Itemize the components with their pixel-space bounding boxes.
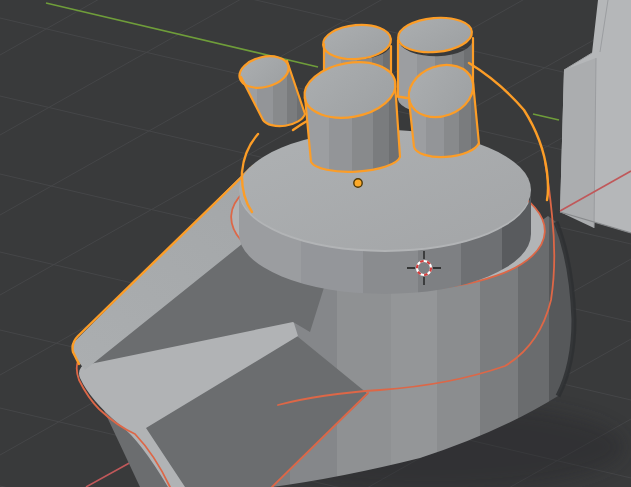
viewport-canvas[interactable] — [0, 0, 631, 487]
object-origin-point — [354, 179, 362, 187]
blender-3d-viewport[interactable] — [0, 0, 631, 487]
